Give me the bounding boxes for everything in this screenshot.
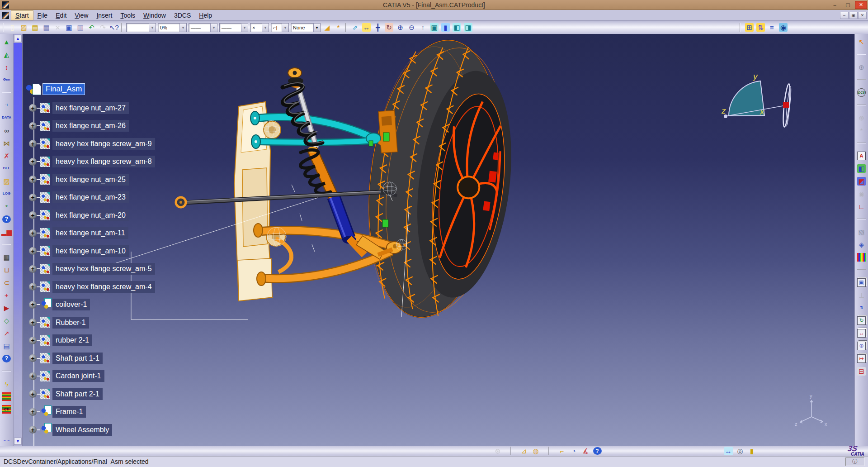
lightning-icon[interactable]: ϟ <box>0 377 13 390</box>
analysis-tools-icon[interactable]: ⋈ <box>0 137 13 149</box>
tree-item[interactable]: + Wheel Assembly <box>24 421 161 439</box>
doc-close-button[interactable]: ✕ <box>858 12 867 19</box>
redo-icon[interactable]: ↷ <box>97 22 108 33</box>
cat-dcs-exchange-icon[interactable]: ⇅ <box>855 301 868 314</box>
quick-view-icon[interactable]: ◧ <box>451 22 462 33</box>
material-ball-icon[interactable]: ◍ <box>530 446 542 456</box>
doc-minimize-button[interactable]: – <box>840 12 849 19</box>
iso-view-icon[interactable]: ▣ <box>429 22 440 33</box>
copy-icon[interactable]: ▣ <box>63 22 75 33</box>
tree-item-label[interactable]: Shaft part 1-1 <box>52 353 103 364</box>
separator[interactable] <box>0 365 13 377</box>
maximize-button[interactable]: ▢ <box>842 1 854 9</box>
line-type-combo[interactable]: ——▾ <box>219 23 248 32</box>
expand-icon[interactable]: + <box>29 354 37 362</box>
point-info-icon[interactable]: ·i <box>0 99 13 111</box>
scroll-up-icon[interactable]: ▲ <box>14 35 22 42</box>
expand-icon[interactable]: + <box>29 247 37 255</box>
views-shift-icon[interactable]: ↦ <box>855 352 868 365</box>
spectrum-icon[interactable] <box>855 251 868 263</box>
tree-item-label[interactable]: heavy hex flange screw_am-8 <box>52 156 155 167</box>
expand-icon[interactable]: + <box>29 265 37 273</box>
separator[interactable] <box>855 263 868 276</box>
fit-all-icon[interactable]: ↔ <box>361 22 372 33</box>
data-export-icon[interactable]: DATA <box>0 111 13 124</box>
fly-mode-icon[interactable]: ⇗ <box>349 22 361 33</box>
capture-image-icon[interactable]: ◉ <box>778 22 789 33</box>
tree-item[interactable]: + hex flange nut_am-23 <box>24 189 161 207</box>
3d-viewport[interactable]: y x z y z x <box>23 34 854 446</box>
histogram-edit-icon[interactable]: ▂▆ <box>0 225 13 238</box>
gear-select-icon[interactable]: ⊛ <box>855 61 868 73</box>
tree-item[interactable]: + heavy hex flange screw_am-9 <box>24 135 161 153</box>
compass-y-label[interactable]: y <box>752 71 758 81</box>
tree-item-label[interactable]: hex flange nut_am-23 <box>52 191 129 203</box>
tree-item-label[interactable]: Frame-1 <box>52 406 86 418</box>
anchor-gray-icon[interactable]: ⊥ <box>855 289 868 301</box>
tree-item[interactable]: + Cardan joint-1 <box>24 367 161 386</box>
tree-item-label[interactable]: hex flange nut_am-26 <box>52 120 129 132</box>
menu-item[interactable]: Edit <box>52 11 71 20</box>
tree-item[interactable]: + rubber 2-1 <box>24 332 161 350</box>
tree-item-label[interactable]: hex flange nut_am-11 <box>52 227 128 239</box>
expand-icon[interactable]: + <box>29 372 37 380</box>
toolbar-handle[interactable] <box>3 23 5 32</box>
point-cloud-icon[interactable]: ◈ <box>855 238 868 251</box>
tree-item[interactable]: + heavy hex flange screw_am-5 <box>24 260 161 278</box>
expand-icon[interactable]: + <box>29 337 37 344</box>
move-point-icon[interactable]: + <box>0 289 13 301</box>
tree-item[interactable]: + heavy hex flange screw_am-4 <box>24 278 161 296</box>
combo-dropdown-icon[interactable]: ▾ <box>282 24 288 32</box>
tree-item-label[interactable]: hex flange nut_am-10 <box>52 245 129 257</box>
whats-this-icon[interactable]: ? <box>591 446 603 456</box>
new-document-icon[interactable]: ▯ <box>7 22 18 33</box>
magic-wand-icon[interactable]: * <box>333 22 344 33</box>
doc-restore-button[interactable]: ▣ <box>849 12 858 19</box>
point-symbol-combo[interactable]: ×▾ <box>250 23 269 32</box>
two-color-cube-icon[interactable]: ◩ <box>855 175 868 187</box>
help-cursor-icon[interactable]: ↖? <box>108 22 120 33</box>
toolbar-handle[interactable] <box>740 23 742 32</box>
annotation-text-icon[interactable]: A <box>855 149 868 162</box>
open-folder-icon[interactable]: ▨ <box>18 22 29 33</box>
expand-icon[interactable]: + <box>29 158 37 166</box>
tree-item-label[interactable]: Rubber-1 <box>52 317 89 329</box>
dcs-logo-icon[interactable]: DCS <box>855 86 868 99</box>
expand-icon[interactable]: + <box>29 301 37 309</box>
combo-dropdown-icon[interactable]: ▾ <box>241 24 248 32</box>
validate-check-icon[interactable]: ✗ <box>0 149 13 162</box>
separator[interactable] <box>0 86 13 99</box>
tree-item[interactable]: + heavy hex flange screw_am-8 <box>24 153 161 171</box>
menu-item[interactable]: Tools <box>116 11 139 20</box>
gen-report-icon[interactable]: Gen <box>0 73 13 86</box>
zoom-in-icon[interactable]: ⊕ <box>395 22 406 33</box>
layer-combo[interactable]: None▾ <box>291 23 321 32</box>
render-style-combo[interactable]: ⌐|▾ <box>271 23 289 32</box>
cameras-icon[interactable]: ◉ <box>855 187 868 200</box>
toolbar-handle[interactable] <box>121 23 124 32</box>
tree-item[interactable]: + hex flange nut_am-27 <box>24 99 161 117</box>
measure-ruler-icon[interactable]: ↔ <box>722 446 734 456</box>
tree-item-label[interactable]: Wheel Assembly <box>52 424 112 436</box>
menu-item[interactable]: Window <box>139 11 170 20</box>
tree-item-label[interactable]: coilover-1 <box>52 299 90 310</box>
tree-root-item[interactable]: Final_Asm <box>24 79 161 99</box>
tree-item-label[interactable]: hex flange nut_am-25 <box>52 174 129 186</box>
scope-clamp-icon[interactable]: ◎ <box>734 446 746 456</box>
tree-item[interactable]: + Shaft part 1-1 <box>24 349 161 367</box>
expand-icon[interactable]: + <box>29 122 37 130</box>
catalog-icon[interactable]: ⊿ <box>518 446 530 456</box>
cylinder-view-icon[interactable]: ▮ <box>440 22 451 33</box>
tree-root-label[interactable]: Final_Asm <box>42 83 85 95</box>
expand-icon[interactable]: + <box>29 390 37 398</box>
expand-icon[interactable]: + <box>29 104 37 112</box>
view-compass[interactable]: y x z <box>721 71 792 127</box>
expand-icon[interactable]: + <box>29 176 37 183</box>
tree-item[interactable]: + hex flange nut_am-25 <box>24 171 161 189</box>
cut-icon[interactable]: ⨯ <box>52 22 63 33</box>
tree-item-label[interactable]: heavy hex flange screw_am-4 <box>52 281 155 293</box>
select-cursor-icon[interactable]: ↖ <box>855 35 868 48</box>
expand-icon[interactable]: + <box>29 319 37 326</box>
tree-item[interactable]: + Shaft part 2-1 <box>24 385 161 403</box>
views-rotate-icon[interactable]: ↻ <box>855 314 868 327</box>
